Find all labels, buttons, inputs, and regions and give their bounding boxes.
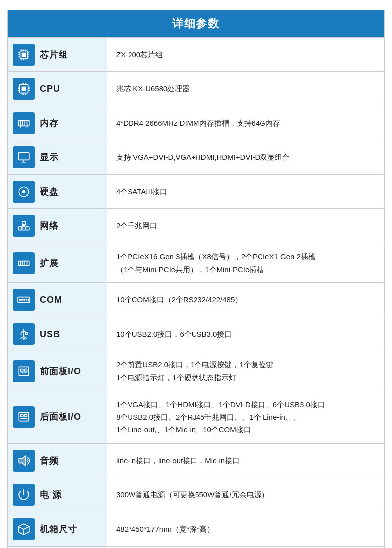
svg-rect-70 xyxy=(24,415,27,417)
value-line: 2个前置USB2.0接口，1个电源按键，1个复位键 xyxy=(116,358,273,371)
svg-point-59 xyxy=(23,338,25,340)
label-text-rear-io: 后面板I/O xyxy=(40,411,81,423)
row-harddisk: 硬盘4个SATAIII接口 xyxy=(8,174,384,208)
row-audio: 音频line-in接口，line-out接口，Mic-in接口 xyxy=(8,443,384,478)
label-text-network: 网络 xyxy=(40,220,59,232)
label-temp: 工作温度 xyxy=(8,547,107,548)
chassis-icon xyxy=(13,518,35,540)
value-line: 1个Line-out,、1个Mic-in、10个COM接口 xyxy=(116,423,325,436)
row-chipset: 芯片组ZX-200芯片组 xyxy=(8,37,384,71)
svg-marker-72 xyxy=(19,456,25,466)
svg-rect-35 xyxy=(18,152,29,160)
svg-rect-28 xyxy=(18,121,29,126)
label-display: 显示 xyxy=(8,140,107,174)
label-harddisk: 硬盘 xyxy=(8,175,107,208)
value-chassis: 482*450*177mm（宽*深*高） xyxy=(107,512,384,546)
svg-rect-1 xyxy=(22,53,26,57)
svg-rect-41 xyxy=(18,227,22,230)
value-audio: line-in接口，line-out接口，Mic-in接口 xyxy=(107,444,384,478)
value-temp: 0～60°C xyxy=(107,547,384,548)
row-rear-io: 后面板I/O1个VGA接口、1个HDMI接口、1个DVI-D接口、6个USB3.… xyxy=(8,391,384,443)
svg-point-56 xyxy=(24,299,25,300)
svg-rect-65 xyxy=(21,369,23,371)
value-cpu: 兆芯 KX-U6580处理器 xyxy=(107,72,384,106)
value-front-io: 2个前置USB2.0接口，1个电源按键，1个复位键1个电源指示灯，1个硬盘状态指… xyxy=(107,351,384,391)
label-text-chassis: 机箱尺寸 xyxy=(40,523,77,535)
label-audio: 音频 xyxy=(8,444,107,478)
row-front-io: 前面板I/O2个前置USB2.0接口，1个电源按键，1个复位键1个电源指示灯，1… xyxy=(8,351,384,391)
label-network: 网络 xyxy=(8,209,107,243)
row-display: 显示支持 VGA+DVI-D,VGA+HDMI,HDMI+DVI-D双显组合 xyxy=(8,140,384,174)
label-memory: 内存 xyxy=(8,106,107,140)
row-temp: 工作温度0～60°C xyxy=(8,546,384,548)
label-cpu: CPU xyxy=(8,72,107,106)
svg-rect-42 xyxy=(22,227,26,230)
row-memory: 内存4*DDR4 2666MHz DIMM内存插槽，支持64G内存 xyxy=(8,106,384,140)
label-usb: USB xyxy=(8,317,107,351)
label-text-harddisk: 硬盘 xyxy=(40,186,59,198)
value-usb: 10个USB2.0接口，6个USB3.0接口 xyxy=(107,317,384,351)
pcie-icon xyxy=(13,252,35,274)
hdd-icon xyxy=(13,181,35,203)
svg-rect-69 xyxy=(21,415,23,417)
value-power: 300W普通电源（可更换550W普通/冗余电源） xyxy=(107,478,384,512)
svg-point-40 xyxy=(23,191,24,192)
label-text-front-io: 前面板I/O xyxy=(40,365,81,377)
row-usb: USB10个USB2.0接口，6个USB3.0接口 xyxy=(8,317,384,351)
label-text-audio: 音频 xyxy=(40,455,59,467)
value-line: 1个VGA接口、1个HDMI接口、1个DVI-D接口、6个USB3.0接口 xyxy=(116,398,325,411)
panel-icon xyxy=(13,360,35,382)
row-expand: 扩展1个PCIeX16 Gen 3插槽（X8信号），2个PCIeX1 Gen 2… xyxy=(8,243,384,282)
power-icon xyxy=(13,484,35,506)
table-header: 详细参数 xyxy=(8,10,384,37)
value-line: （1个与Mini-PCIe共用），1个Mini-PCIe插槽 xyxy=(116,263,316,276)
svg-point-55 xyxy=(22,299,23,300)
row-chassis: 机箱尺寸482*450*177mm（宽*深*高） xyxy=(8,512,384,546)
label-text-com: COM xyxy=(40,295,62,305)
label-rear-io: 后面板I/O xyxy=(8,391,107,443)
label-chipset: 芯片组 xyxy=(8,38,107,71)
row-network: 网络2个千兆网口 xyxy=(8,208,384,243)
svg-rect-66 xyxy=(24,369,27,371)
label-chassis: 机箱尺寸 xyxy=(8,512,107,546)
header-title: 详细参数 xyxy=(172,17,220,30)
svg-rect-44 xyxy=(22,221,26,225)
value-line: 1个PCIeX16 Gen 3插槽（X8信号），2个PCIeX1 Gen 2插槽 xyxy=(116,250,316,263)
net-icon xyxy=(13,215,35,237)
row-power: 电 源300W普通电源（可更换550W普通/冗余电源） xyxy=(8,478,384,512)
spec-table: 详细参数 芯片组ZX-200芯片组 CPU兆芯 KX-U6580处理器 xyxy=(7,10,385,548)
label-com: COM xyxy=(8,283,107,317)
label-text-expand: 扩展 xyxy=(40,257,59,269)
ram-icon xyxy=(13,112,35,134)
display-icon xyxy=(13,146,35,168)
value-expand: 1个PCIeX16 Gen 3插槽（X8信号），2个PCIeX1 Gen 2插槽… xyxy=(107,243,384,282)
row-cpu: CPU兆芯 KX-U6580处理器 xyxy=(8,71,384,106)
chip-icon xyxy=(13,44,35,66)
svg-rect-48 xyxy=(18,261,29,265)
usb-icon xyxy=(13,323,35,345)
value-chipset: ZX-200芯片组 xyxy=(107,38,384,71)
value-line: 8个USB2.0接口、2个RJ45千兆网口、、1个 Line-in、、 xyxy=(116,411,325,424)
label-expand: 扩展 xyxy=(8,243,107,282)
svg-rect-43 xyxy=(26,227,29,230)
label-front-io: 前面板I/O xyxy=(8,351,107,391)
com-icon xyxy=(13,289,35,311)
label-power: 电 源 xyxy=(8,478,107,512)
value-network: 2个千兆网口 xyxy=(107,209,384,243)
value-rear-io: 1个VGA接口、1个HDMI接口、1个DVI-D接口、6个USB3.0接口8个U… xyxy=(107,391,384,443)
label-text-usb: USB xyxy=(40,329,60,340)
value-harddisk: 4个SATAIII接口 xyxy=(107,175,384,208)
label-text-chipset: 芯片组 xyxy=(40,49,68,61)
value-memory: 4*DDR4 2666MHz DIMM内存插槽，支持64G内存 xyxy=(107,106,384,140)
value-line: 1个电源指示灯，1个硬盘状态指示灯 xyxy=(116,371,273,384)
value-display: 支持 VGA+DVI-D,VGA+HDMI,HDMI+DVI-D双显组合 xyxy=(107,140,384,174)
svg-rect-15 xyxy=(22,87,26,91)
row-com: COM10个COM接口（2个RS232/422/485） xyxy=(8,282,384,317)
label-text-power: 电 源 xyxy=(40,489,62,501)
panel-icon xyxy=(13,406,35,428)
audio-icon xyxy=(13,450,35,472)
cpu-icon xyxy=(13,78,35,100)
value-com: 10个COM接口（2个RS232/422/485） xyxy=(107,283,384,317)
svg-point-58 xyxy=(28,299,29,300)
svg-point-54 xyxy=(19,299,20,300)
